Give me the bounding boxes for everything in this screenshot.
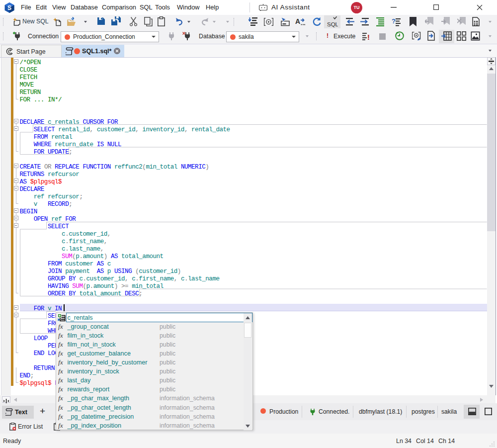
svg-text:!: !	[367, 33, 370, 40]
svg-text:SQL: SQL	[327, 21, 338, 27]
svg-text:S: S	[7, 4, 11, 11]
svg-text:A: A	[295, 17, 300, 25]
svg-text:?: ?	[392, 17, 396, 25]
